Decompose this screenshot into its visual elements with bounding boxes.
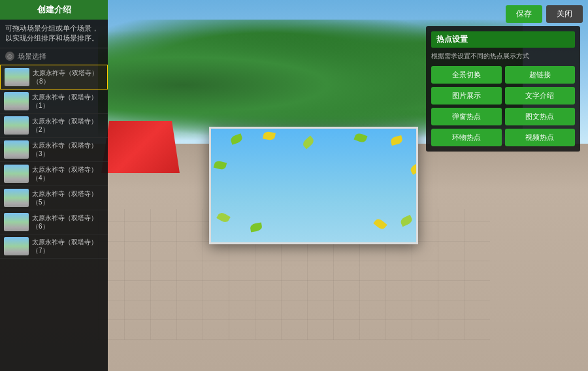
btn-text-intro[interactable]: 文字介绍 [505,87,576,105]
float-sky-bg [211,129,416,242]
scene-label-3: 太原永祚寺（双塔寺）（3） [32,141,104,158]
hotspot-panel-title: 热点设置 [431,31,575,48]
scene-label-0: 太原永祚寺（双塔寺）（8） [33,69,103,86]
scene-thumb-4 [4,165,29,183]
btn-hyperlink[interactable]: 超链接 [505,66,576,84]
hotspot-main-panel: 热点设置 根据需求设置不同的热点展示方式 全景切换超链接图片展示文字介绍弹窗热点… [426,26,580,152]
center-float-panel[interactable] [209,127,418,244]
scene-thumb-5 [4,189,29,207]
leaf-3 [301,136,316,150]
scene-item-2[interactable]: 太原永祚寺（双塔寺）（2） [0,114,108,138]
leaf-1 [229,133,243,144]
scene-thumb-1 [4,92,29,110]
scene-item-4[interactable]: 太原永祚寺（双塔寺）（4） [0,162,108,186]
save-button[interactable]: 保存 [506,5,542,23]
hotspot-button-grid: 全景切换超链接图片展示文字介绍弹窗热点图文热点环物热点视频热点 [431,66,575,146]
scene-label-6: 太原永祚寺（双塔寺）（6） [32,214,104,231]
left-sidebar: 创建介绍 可拖动场景分组或单个场景，以实现分组排序和场景排序。 ◎ 场景选择 太… [0,0,108,371]
leaf-9 [399,215,413,227]
scene-thumb-6 [4,213,29,231]
leaf-10 [214,160,227,170]
right-panel: 热点设置 根据需求设置不同的热点展示方式 全景切换超链接图片展示文字介绍弹窗热点… [426,26,583,152]
btn-imgtext-hotspot[interactable]: 图文热点 [505,108,576,125]
red-tent [101,121,180,173]
scene-thumb-3 [4,140,29,159]
scene-list-label: 场景选择 [18,52,46,61]
scene-item-6[interactable]: 太原永祚寺（双塔寺）（6） [0,210,108,234]
leaf-4 [353,132,367,143]
scene-list-header: ◎ 场景选择 [0,48,108,65]
scene-label-4: 太原永祚寺（双塔寺）（4） [32,165,104,182]
scene-label-1: 太原永祚寺（双塔寺）（1） [32,93,104,110]
leaf-8 [373,218,387,231]
scene-label-7: 太原永祚寺（双塔寺）（7） [32,238,104,255]
btn-video-hotspot[interactable]: 视频热点 [505,129,576,146]
btn-image-display[interactable]: 图片展示 [431,87,502,105]
scene-thumb-2 [4,116,29,135]
scene-list: 太原永祚寺（双塔寺）（8）太原永祚寺（双塔寺）（1）太原永祚寺（双塔寺）（2）太… [0,65,108,371]
top-right-buttons: 保存 关闭 [506,5,583,23]
sidebar-title: 创建介绍 [0,0,108,20]
btn-popup-hotspot[interactable]: 弹窗热点 [431,108,502,125]
scene-item-5[interactable]: 太原永祚寺（双塔寺）（5） [0,186,108,210]
scene-thumb-0 [5,68,29,86]
btn-object-hotspot[interactable]: 环物热点 [431,129,502,146]
leaf-2 [263,131,276,141]
scene-item-1[interactable]: 太原永祚寺（双塔寺）（1） [0,89,108,114]
hotspot-panel-desc: 根据需求设置不同的热点展示方式 [431,52,575,61]
leaf-6 [216,211,231,223]
scene-thumb-7 [4,237,29,255]
close-button[interactable]: 关闭 [546,5,583,23]
leaf-7 [250,223,263,233]
scene-item-0[interactable]: 太原永祚寺（双塔寺）（8） [0,65,108,89]
scene-list-icon: ◎ [5,52,14,61]
leaf-5 [390,135,403,146]
scene-item-7[interactable]: 太原永祚寺（双塔寺）（7） [0,234,108,259]
btn-panorama-switch[interactable]: 全景切换 [431,66,502,84]
leaf-11 [409,162,418,174]
scene-label-5: 太原永祚寺（双塔寺）（5） [32,189,104,206]
scene-item-3[interactable]: 太原永祚寺（双塔寺）（3） [0,138,108,162]
scene-label-2: 太原永祚寺（双塔寺）（2） [32,117,104,134]
sidebar-description: 可拖动场景分组或单个场景，以实现分组排序和场景排序。 [0,20,108,48]
